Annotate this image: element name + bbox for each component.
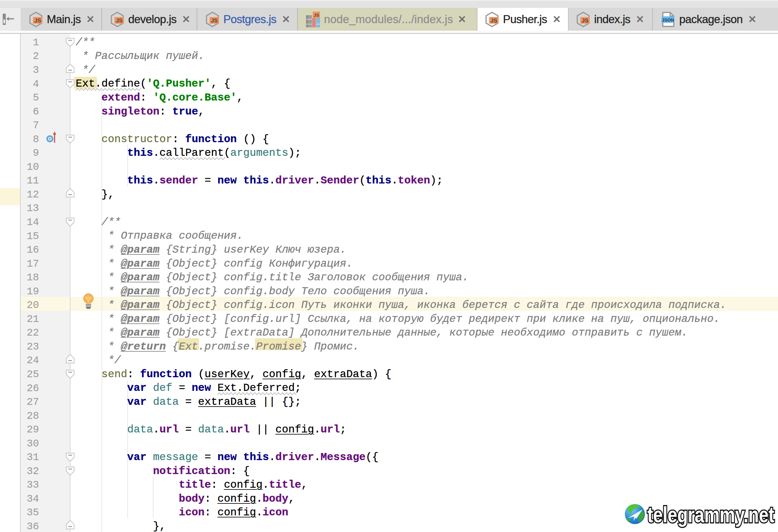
svg-text:JSON: JSON (662, 17, 674, 22)
svg-text:JS: JS (314, 12, 319, 17)
svg-text:JS: JS (490, 17, 497, 23)
svg-text:JS: JS (581, 17, 589, 23)
svg-text:JS: JS (34, 17, 41, 23)
svg-text:JS: JS (115, 17, 123, 23)
svg-text:JS: JS (211, 17, 218, 23)
